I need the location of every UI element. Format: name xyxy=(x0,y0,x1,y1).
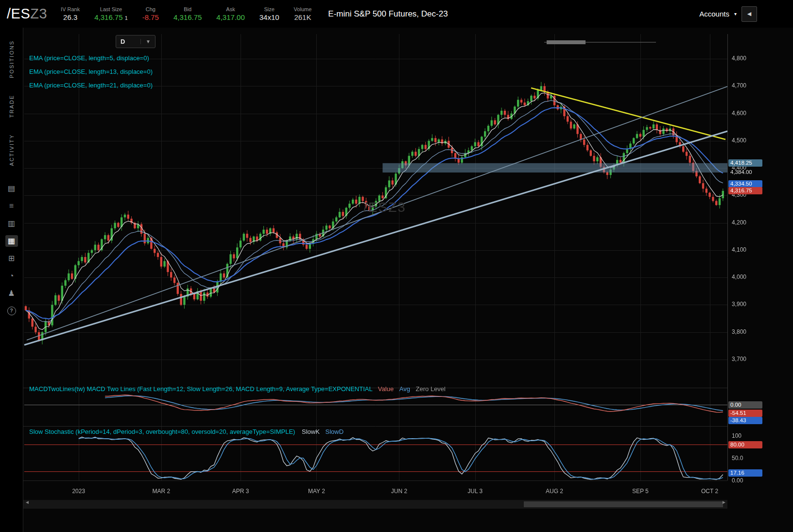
arrow-left-icon: ◀ xyxy=(747,11,751,17)
macd-legend-zero: Zero Level xyxy=(416,385,446,393)
stat-value: -8.75 xyxy=(142,13,159,21)
instrument-title: E-mini S&P 500 Futures, Dec-23 xyxy=(328,9,448,19)
stat-label: Ask xyxy=(226,6,235,12)
stat-number: 4,317.00 xyxy=(216,13,244,21)
stoch-legend-k: SlowK xyxy=(302,428,320,435)
study-label-ema5[interactable]: EMA (price=CLOSE, length=5, displace=0) xyxy=(29,54,149,62)
help-icon-glyph: ? xyxy=(7,307,16,315)
stat-chg: Chg-8.75 xyxy=(142,6,159,21)
stoch-title: Slow Stochastic (kPeriod=14, dPeriod=3, … xyxy=(29,428,295,435)
price-badge: 4,316.75 xyxy=(728,187,762,194)
timeframe-dropdown[interactable]: D ▼ xyxy=(116,35,155,48)
stoch-tick: 50.0 xyxy=(732,455,743,462)
chevron-down-icon: ▼ xyxy=(140,39,151,44)
stoch-badge: 80.00 xyxy=(728,441,762,448)
macd-study-label[interactable]: MACDTwoLines(tw) MACD Two Lines (Fast Le… xyxy=(29,385,446,393)
stoch-legend-d: SlowD xyxy=(326,428,344,435)
date-tick: JUL 3 xyxy=(467,488,483,495)
stoch-tick: 100 xyxy=(732,432,741,439)
stat-volume: Volume261K xyxy=(294,6,312,21)
date-tick: APR 3 xyxy=(232,488,249,495)
stat-number: -8.75 xyxy=(142,13,159,21)
chart-watermark: /ESZ3 xyxy=(363,200,406,215)
trading-app-window: /ESZ3 IV Rank26.3Last Size4,316.751Chg-8… xyxy=(0,0,793,532)
date-tick: OCT 2 xyxy=(701,488,718,495)
collapse-panel-button[interactable]: ◀ xyxy=(741,6,757,22)
sidebar-icons: ▤≡▥▦⊞◔♟? xyxy=(5,183,18,317)
stat-value: 4,317.00 xyxy=(216,13,244,21)
community-icon[interactable]: ♟ xyxy=(5,288,18,299)
stat-number: 34x10 xyxy=(259,13,279,21)
sidebar-tab-positions[interactable]: POSITIONS xyxy=(9,40,15,78)
stat-iv-rank: IV Rank26.3 xyxy=(61,6,80,21)
chart-overlay: D ▼ EMA (price=CLOSE, length=5, displace… xyxy=(23,28,793,532)
macd-badge: -38.43 xyxy=(728,417,762,424)
stat-value: 261K xyxy=(294,13,311,21)
macd-legend-value: Value xyxy=(378,385,394,393)
date-tick: MAY 2 xyxy=(308,488,325,495)
price-tick: 4,200 xyxy=(732,219,746,226)
date-tick: 2023 xyxy=(72,488,85,495)
charts-icon[interactable]: ▦ xyxy=(5,235,18,247)
stat-label: Chg xyxy=(146,6,155,12)
price-tick: 4,000 xyxy=(732,274,746,280)
study-label-ema13[interactable]: EMA (price=CLOSE, length=13, displace=0) xyxy=(29,68,153,75)
sidebar-tab-trade[interactable]: TRADE xyxy=(9,95,15,118)
chevron-down-icon[interactable]: ▾ xyxy=(734,11,737,17)
stat-number: 4,316.75 xyxy=(173,13,202,21)
price-badge: 4,334.50 xyxy=(728,180,762,188)
stat-number: 261K xyxy=(294,13,311,21)
macd-badge: 0.00 xyxy=(728,401,762,409)
scroll-left-arrow[interactable]: ◄ xyxy=(25,499,30,505)
chart-region: D ▼ EMA (price=CLOSE, length=5, displace… xyxy=(23,28,793,532)
price-tick: 3,900 xyxy=(732,301,746,308)
price-tick: 4,700 xyxy=(732,82,746,89)
sidebar-tab-activity[interactable]: ACTIVITY xyxy=(9,134,15,166)
macd-legend-avg: Avg xyxy=(399,385,410,393)
watchlist-icon[interactable]: ▥ xyxy=(5,218,18,229)
symbol-suffix: Z3 xyxy=(30,6,47,21)
date-tick: JUN 2 xyxy=(391,488,407,495)
price-tick: 4,100 xyxy=(732,246,746,253)
price-tick: 4,600 xyxy=(732,110,746,117)
report-icon[interactable]: ▤ xyxy=(5,183,18,194)
stat-number: 4,316.75 xyxy=(94,13,122,21)
quote-stats: IV Rank26.3Last Size4,316.751Chg-8.75Bid… xyxy=(61,6,311,21)
price-badge: 4,418.25 xyxy=(728,159,762,167)
header-right: Accounts ▾ ◀ xyxy=(699,6,757,22)
stat-label: IV Rank xyxy=(61,6,80,12)
date-tick: SEP 5 xyxy=(632,488,649,495)
orders-list-icon[interactable]: ≡ xyxy=(5,200,18,212)
stat-size: Size34x10 xyxy=(259,6,279,21)
study-label-ema21[interactable]: EMA (price=CLOSE, length=21, displace=0) xyxy=(29,82,153,89)
macd-title: MACDTwoLines(tw) MACD Two Lines (Fast Le… xyxy=(29,385,372,393)
symbol-ticker[interactable]: /ESZ3 xyxy=(7,6,47,22)
scroll-right-arrow[interactable]: ► xyxy=(722,499,726,505)
left-sidebar: POSITIONSTRADEACTIVITY ▤≡▥▦⊞◔♟? xyxy=(0,28,23,532)
timeframe-value: D xyxy=(121,38,125,45)
date-tick: MAR 2 xyxy=(152,488,170,495)
stat-value: 26.3 xyxy=(63,13,77,21)
sidebar-tabs: POSITIONSTRADEACTIVITY xyxy=(9,28,15,166)
stat-value: 4,316.75 xyxy=(173,13,202,21)
price-tick: 3,800 xyxy=(732,328,746,335)
stoch-study-label[interactable]: Slow Stochastic (kPeriod=14, dPeriod=3, … xyxy=(29,428,344,435)
price-tick: 4,500 xyxy=(732,137,746,144)
stat-number: 26.3 xyxy=(63,13,77,21)
price-tick: 3,700 xyxy=(732,356,746,362)
stat-ask: Ask4,317.00 xyxy=(216,6,244,21)
stat-size: 1 xyxy=(125,15,128,21)
history-icon[interactable]: ◔ xyxy=(5,270,18,282)
date-tick: AUG 2 xyxy=(546,488,563,495)
dashboard-icon[interactable]: ⊞ xyxy=(5,253,18,264)
accounts-menu[interactable]: Accounts xyxy=(699,10,729,18)
price-badge: 4,384.00 xyxy=(728,169,762,176)
stat-label: Size xyxy=(264,6,274,12)
symbol-root: /ES xyxy=(7,6,30,21)
help-icon[interactable]: ? xyxy=(5,305,18,317)
stoch-tick: 0.00 xyxy=(732,477,743,484)
stat-last-size: Last Size4,316.751 xyxy=(94,6,128,21)
stat-label: Last Size xyxy=(100,6,122,12)
price-tick: 4,800 xyxy=(732,55,746,62)
stat-label: Bid xyxy=(184,6,191,12)
